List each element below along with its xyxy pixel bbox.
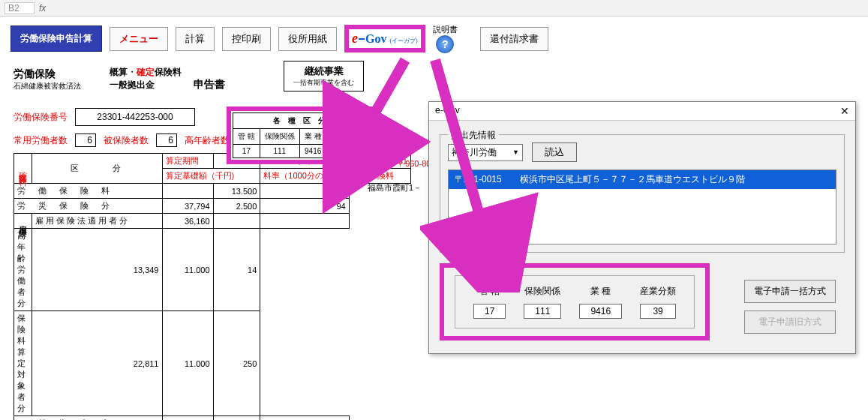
dialog-kubun-col: 保険関係 [515,282,570,301]
destination-selected-label: 神奈川労働 [452,146,497,159]
dialog-title-text: e-Gov [435,105,460,117]
row-label: 一 般 拠 出 金 [14,416,163,421]
egov-button[interactable]: eGov(イーガブ) [344,25,425,52]
address-list-item[interactable]: 〒231-0015 横浜市中区尾上町５－７７－２馬車道ウエストビル９階 [449,170,836,189]
dialog-kubun-col: 産業分類 [631,282,685,301]
table-row: 保険料算定対象者分 22,811 11.000 250 [14,311,411,416]
eshinsei-old-button: 電子申請旧方式 [744,310,836,334]
joyo-value[interactable]: 6 [75,134,96,147]
premium-table: 確定保険料 区 分 算定期間 H28.4.1 から H29.3.31 算定基礎額… [14,153,411,420]
destination-select[interactable]: 神奈川労働 ▼ [448,144,523,161]
manual-button[interactable]: 説明書 ? [433,24,458,53]
eshinsei-new-button[interactable]: 電子申請一括方式 [744,280,836,303]
egov-dialog: e-Gov ✕ 提出先情報 神奈川労働 ▼ 読込 〒231-0015 横浜市中区… [428,101,856,354]
rate-value [213,214,260,229]
table-row: 労 災 保 険 分 37,794 2.500 94 [14,199,411,214]
dialog-kubun-table: 管 轄保険関係業 種産業分類 17111941639 [464,282,685,322]
amount-value: 250 [213,311,260,416]
address-background-line2: 福島市霞町1－ [368,182,422,194]
chevron-down-icon: ▼ [512,148,519,156]
kubun-val: 39 [326,145,366,158]
dialog-titlebar: e-Gov ✕ [429,102,855,121]
base-value: 36,160 [162,214,213,229]
base-value: 37,794 [162,416,213,421]
gaisan-label: 概算 [110,67,128,77]
kakutei-label: 確定 [137,67,155,77]
app-title-button[interactable]: 労働保険申告計算 [11,26,102,52]
keizoku-box: 継続事業 一括有期事業を含む [284,61,364,92]
row-label: 雇用保険法適用者分 [32,214,163,229]
yakusho-button[interactable]: 役所用紙 [278,27,337,51]
dialog-kubun-val: 17 [464,301,515,322]
dialog-kubun-val: 111 [515,301,570,322]
dialog-kubun-legend: 各種区分 [463,270,505,283]
rate-value: 0.020 [213,416,260,421]
table-row: 労 働 保 険 料 13.500 345 [14,184,411,199]
insurance-number-label: 労働保険番号 [14,111,68,124]
kubun-header: 各 種 区 分 [233,113,367,129]
dialog-kubun-col: 業 種 [570,282,631,301]
kubun-col: 業 種 [299,129,326,145]
row-label: 労 働 保 険 料 [14,184,163,199]
address-background: あて先 〒960-802 [368,158,436,170]
hihoken-label: 被保険者数 [104,134,149,147]
kubun-val: 17 [233,145,260,158]
joyo-label: 常用労働者数 [14,134,68,147]
konen-label: 高年齢者数 [185,134,230,147]
period-label: 算定期間 [162,154,213,169]
kubun-col: 管 轄 [233,129,260,145]
row-label: 労 災 保 険 分 [14,199,163,214]
close-icon[interactable]: ✕ [840,105,849,117]
kubun-table: 各 種 区 分 管 轄保険関係業 種産業分類 17111941639 [233,112,367,158]
base-value: 22,811 [32,311,163,416]
rate-value: 11.000 [162,229,213,311]
section-label: 確定保険料 [14,154,32,184]
table-row: 高 年 齢 労 働 者 分 13,349 11.000 14 [14,229,411,311]
base-header: 算定基礎額（千円) [162,169,260,184]
rate-header: 料率（1000分の) [260,169,349,184]
shinkokusho-label: 申告書 [194,78,225,92]
refund-button[interactable]: 還付請求書 [480,27,548,51]
toolbar: 労働保険申告計算 メニュー 計算 控印刷 役所用紙 eGov(イーガブ) 説明書… [0,16,868,58]
row-label: 高 年 齢 労 働 者 分 [14,229,32,311]
ippan-label: 一般拠出金 [110,80,155,90]
amount-header: 確定保険料 [349,169,410,184]
koyou-label: 雇用保険 [14,214,32,229]
hoken-type: 労働保険 [14,68,81,81]
fx-icon[interactable]: fx [39,3,46,14]
base-value [162,184,213,199]
print-button[interactable]: 控印刷 [222,27,271,51]
amount-value: 14 [213,229,260,311]
document-header: 労働保険 石綿健康被害救済法 概算・確定保険料 一般拠出金 申告書 継続事業 一… [14,61,854,92]
kubun-header: 区 分 [32,154,163,184]
address-list[interactable]: 〒231-0015 横浜市中区尾上町５－７７－２馬車道ウエストビル９階 [448,170,836,244]
table-row: 雇用保険 雇用保険法適用者分 36,160 [14,214,411,229]
base-value: 13,349 [32,229,163,311]
amount-value [260,214,349,229]
dialog-actions: 電子申請一括方式 電子申請旧方式 [744,280,836,334]
load-button[interactable]: 読込 [532,142,577,162]
destination-legend: 提出先情報 [448,129,499,142]
kubun-val: 111 [260,145,299,158]
calc-button[interactable]: 計算 [176,27,215,51]
dialog-kubun-highlight: 各種区分 管 轄保険関係業 種産業分類 17111941639 [440,263,710,340]
table-row: 一 般 拠 出 金 37,794 0.020 [14,416,411,421]
destination-fieldset: 提出先情報 神奈川労働 ▼ 読込 〒231-0015 横浜市中区尾上町５－７７－… [440,134,845,253]
kubun-highlight: 各 種 区 分 管 轄保険関係業 種産業分類 17111941639 [227,106,373,164]
manual-label: 説明書 [433,24,458,35]
kubun-col: 産業分類 [326,129,366,145]
dialog-kubun-col: 管 轄 [464,282,515,301]
kubun-col: 保険関係 [260,129,299,145]
name-box[interactable]: B2 [5,2,35,14]
dialog-kubun-val: 9416 [570,301,631,322]
insurance-number-value[interactable]: 23301-442253-000 [75,108,195,126]
amount-value: 345 [260,184,349,199]
hihoken-value[interactable]: 6 [156,134,177,147]
hokenryo-label: 保険料 [155,67,182,77]
amount-value [260,416,349,421]
law-note: 石綿健康被害救済法 [14,81,81,92]
rate-value: 2.500 [213,199,260,214]
menu-button[interactable]: メニュー [110,27,168,51]
egov-logo-icon: eGov(イーガブ) [352,31,418,46]
amount-value: 94 [260,199,349,214]
